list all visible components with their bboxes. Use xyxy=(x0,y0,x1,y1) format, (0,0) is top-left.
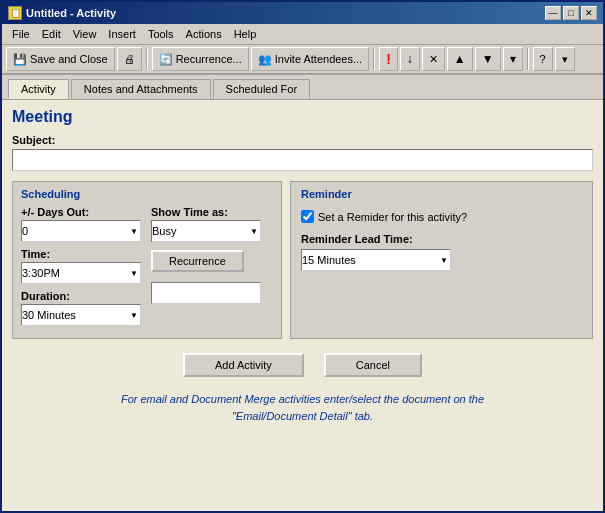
reminder-lead-label: Reminder Lead Time: xyxy=(301,233,582,245)
add-activity-button[interactable]: Add Activity xyxy=(183,353,304,377)
window-close-button[interactable]: ✕ xyxy=(581,6,597,20)
time-select[interactable]: 8:00AM8:30AM3:00PM3:30PM4:00PM xyxy=(21,262,141,284)
action-row: Add Activity Cancel xyxy=(12,353,593,377)
tab-scheduled[interactable]: Scheduled For xyxy=(213,79,311,99)
time-label: Time: xyxy=(21,248,141,260)
nav-drop-button[interactable]: ▾ xyxy=(503,47,523,71)
alert-icon: ! xyxy=(386,51,391,67)
maximize-button[interactable]: □ xyxy=(563,6,579,20)
days-out-label: +/- Days Out: xyxy=(21,206,141,218)
up-button[interactable]: ▲ xyxy=(447,47,473,71)
menu-tools[interactable]: Tools xyxy=(142,26,180,42)
subject-input[interactable] xyxy=(12,149,593,171)
duration-label: Duration: xyxy=(21,290,141,302)
help-icon: ? xyxy=(540,53,546,65)
title-bar: 📋 Untitled - Activity — □ ✕ xyxy=(2,2,603,24)
subject-label: Subject: xyxy=(12,134,593,146)
duration-select[interactable]: 0 Minutes5 Minutes15 Minutes30 Minutes1 … xyxy=(21,304,141,326)
nav-down-button[interactable]: ▼ xyxy=(475,47,501,71)
scheduling-title: Scheduling xyxy=(21,188,273,200)
help-button[interactable]: ? xyxy=(533,47,553,71)
menu-help[interactable]: Help xyxy=(228,26,263,42)
recurrence-button[interactable]: 🔄 Recurrence... xyxy=(152,47,249,71)
reminder-checkbox-label: Set a Remider for this activity? xyxy=(318,211,467,223)
down-arrow-button[interactable]: ↓ xyxy=(400,47,420,71)
delete-button[interactable]: ✕ xyxy=(422,47,445,71)
save-icon: 💾 xyxy=(13,53,27,66)
recurrence-icon: 🔄 xyxy=(159,53,173,66)
footer-line2: "Email/Document Detail" tab. xyxy=(12,408,593,425)
reminder-box: Reminder Set a Remider for this activity… xyxy=(290,181,593,339)
menu-file[interactable]: File xyxy=(6,26,36,42)
content-area: Meeting Subject: Scheduling +/- Days Out… xyxy=(2,99,603,511)
invite-attendees-button[interactable]: 👥 Invite Attendees... xyxy=(251,47,369,71)
help-drop-button[interactable]: ▾ xyxy=(555,47,575,71)
menu-insert[interactable]: Insert xyxy=(102,26,142,42)
recurrence-input[interactable] xyxy=(151,282,261,304)
help-drop-icon: ▾ xyxy=(562,53,568,66)
window-controls: — □ ✕ xyxy=(545,6,597,20)
tab-notes[interactable]: Notes and Attachments xyxy=(71,79,211,99)
footer-text: For email and Document Merge activities … xyxy=(12,391,593,424)
toolbar-sep-2 xyxy=(373,48,375,70)
menu-edit[interactable]: Edit xyxy=(36,26,67,42)
recurrence-dialog-button[interactable]: Recurrence xyxy=(151,250,244,272)
minimize-button[interactable]: — xyxy=(545,6,561,20)
section-title: Meeting xyxy=(12,108,593,126)
app-icon: 📋 xyxy=(8,6,22,20)
window-title: Untitled - Activity xyxy=(26,7,116,19)
menu-view[interactable]: View xyxy=(67,26,103,42)
save-close-label: Save and Close xyxy=(30,53,108,65)
nav-down-icon: ▼ xyxy=(482,52,494,66)
footer-line1: For email and Document Merge activities … xyxy=(12,391,593,408)
invite-label: Invite Attendees... xyxy=(275,53,362,65)
print-icon: 🖨 xyxy=(124,53,135,65)
print-button[interactable]: 🖨 xyxy=(117,47,142,71)
menu-bar: File Edit View Insert Tools Actions Help xyxy=(2,24,603,45)
menu-actions[interactable]: Actions xyxy=(180,26,228,42)
show-time-select[interactable]: FreeTentativeBusyOut of Office xyxy=(151,220,261,242)
show-time-label: Show Time as: xyxy=(151,206,261,218)
reminder-lead-select[interactable]: 0 Minutes5 Minutes10 Minutes15 Minutes30… xyxy=(301,249,451,271)
toolbar-sep-1 xyxy=(146,48,148,70)
save-close-button[interactable]: 💾 Save and Close xyxy=(6,47,115,71)
alert-button[interactable]: ! xyxy=(379,47,398,71)
nav-drop-icon: ▾ xyxy=(510,52,516,66)
up-arrow-icon: ▲ xyxy=(454,52,466,66)
scheduling-box: Scheduling +/- Days Out: 012357 ▼ xyxy=(12,181,282,339)
down-arrow-icon: ↓ xyxy=(407,52,413,66)
cancel-button[interactable]: Cancel xyxy=(324,353,422,377)
reminder-checkbox[interactable] xyxy=(301,210,314,223)
toolbar: 💾 Save and Close 🖨 🔄 Recurrence... 👥 Inv… xyxy=(2,45,603,75)
recurrence-label: Recurrence... xyxy=(176,53,242,65)
invite-icon: 👥 xyxy=(258,53,272,66)
tab-activity[interactable]: Activity xyxy=(8,79,69,99)
delete-icon: ✕ xyxy=(429,53,438,66)
main-window: 📋 Untitled - Activity — □ ✕ File Edit Vi… xyxy=(0,0,605,513)
toolbar-sep-3 xyxy=(527,48,529,70)
days-out-select[interactable]: 012357 xyxy=(21,220,141,242)
tabs-bar: Activity Notes and Attachments Scheduled… xyxy=(2,75,603,99)
reminder-title: Reminder xyxy=(301,188,582,200)
